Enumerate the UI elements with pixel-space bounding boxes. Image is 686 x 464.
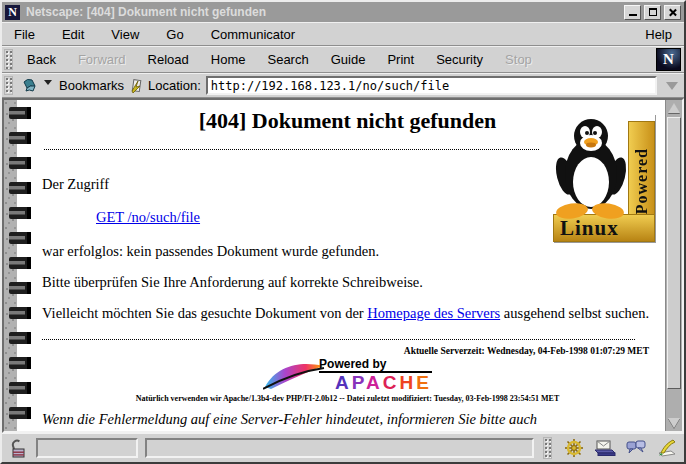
progress-panel [36, 438, 138, 458]
suggest-text: Vielleicht möchten Sie das gesuchte Doku… [42, 305, 653, 322]
footer-text-post: . Danke. [296, 428, 345, 433]
component-bar-grip[interactable] [543, 437, 552, 459]
guide-button[interactable]: Guide [320, 49, 377, 70]
print-button[interactable]: Print [376, 49, 425, 70]
spiral-binding-decoration [4, 100, 34, 431]
maximize-button[interactable] [644, 5, 661, 20]
menu-bar: File Edit View Go Communicator Help [2, 22, 684, 46]
status-message-panel [145, 438, 534, 458]
menu-edit[interactable]: Edit [62, 27, 84, 42]
netscape-window: N Netscape: [404] Dokument nicht gefunde… [0, 0, 686, 464]
apache-letter: C [383, 372, 400, 393]
page-title: [404] Dokument nicht gefunden [42, 108, 653, 134]
mailbox-component-button[interactable] [593, 437, 617, 459]
dotted-rule-bottom [42, 339, 635, 340]
location-label: Location: [148, 78, 201, 93]
netscape-logo[interactable]: N [656, 48, 681, 71]
back-button[interactable]: Back [16, 49, 67, 70]
modified-text: Natürlich verwenden wir Apache/1.3b4-dev… [42, 394, 653, 404]
webmaster-link[interactable]: KwaamReo.dialup.mch.sni.de's Web-Master [42, 428, 296, 433]
bookmarks-dropdown-icon[interactable] [44, 80, 52, 85]
close-button[interactable] [664, 5, 681, 20]
forward-button[interactable]: Forward [67, 49, 137, 70]
composer-quill-icon [657, 439, 677, 457]
suggest-text-post: ausgehend selbst suchen. [500, 305, 649, 321]
menu-help[interactable]: Help [645, 27, 672, 42]
mailbox-icon [594, 439, 616, 457]
minimize-button[interactable] [624, 5, 641, 20]
menu-view[interactable]: View [111, 27, 139, 42]
vertical-scrollbar[interactable] [665, 100, 682, 431]
document-404: [404] Dokument nicht gefunden Der Zugrif… [34, 100, 665, 431]
scrollbar-thumb[interactable] [667, 117, 681, 389]
browser-viewport: Powered Linux [2, 98, 684, 433]
security-button[interactable]: Security [425, 49, 494, 70]
bookmarks-icon [21, 77, 41, 95]
search-button[interactable]: Search [256, 49, 319, 70]
apache-name-text: APACHE [335, 373, 432, 392]
scroll-up-icon[interactable] [667, 101, 681, 115]
title-bar[interactable]: N Netscape: [404] Dokument nicht gefunde… [2, 2, 684, 22]
request-link[interactable]: GET /no/such/file [96, 209, 200, 225]
open-padlock-icon [10, 439, 26, 458]
stop-button[interactable]: Stop [494, 49, 543, 70]
netscape-app-icon: N [5, 5, 20, 20]
bookmarks-label[interactable]: Bookmarks [59, 78, 124, 93]
suggest-text-pre: Vielleicht möchten Sie das gesuchte Doku… [42, 305, 367, 321]
dotted-rule-top [44, 149, 539, 150]
composer-component-button[interactable] [655, 437, 679, 459]
navigator-component-button[interactable] [562, 437, 586, 459]
menu-go[interactable]: Go [166, 27, 183, 42]
footer-note: Wenn die Fehlermeldung auf eine Server-F… [42, 411, 650, 433]
toolbar-grip[interactable] [4, 49, 13, 70]
apache-letter: A [366, 372, 383, 393]
discussions-component-button[interactable] [624, 437, 648, 459]
minimize-icon [629, 9, 637, 16]
apache-wordmark: Powered by APACHE [319, 358, 432, 392]
check-text: Bitte überprüfen Sie Ihre Anforderung au… [42, 274, 653, 291]
apache-logo: Powered by APACHE [42, 358, 653, 392]
apache-letter: P [352, 372, 366, 393]
scroll-down-icon[interactable] [667, 416, 681, 430]
maximize-icon [649, 8, 657, 16]
status-bar [2, 433, 684, 462]
menu-communicator[interactable]: Communicator [211, 27, 296, 42]
window-title: Netscape: [404] Dokument nicht gefunden [26, 5, 621, 19]
intro-text: Der Zugriff [42, 176, 653, 193]
speech-bubbles-icon [625, 439, 647, 457]
location-input[interactable] [206, 76, 657, 95]
apache-powered-by-text: Powered by [319, 358, 432, 373]
homepage-link[interactable]: Homepage des Servers [367, 305, 500, 321]
footer-text-pre: Wenn die Fehlermeldung auf eine Server-F… [42, 411, 537, 427]
result-text: war erfolglos: kein passendes Dokument w… [42, 243, 653, 260]
security-lock-button[interactable] [7, 437, 29, 459]
ship-wheel-icon [564, 438, 584, 458]
server-time-text: Aktuelle Serverzeit: Wednesday, 04-Feb-1… [42, 346, 653, 357]
home-button[interactable]: Home [200, 49, 257, 70]
apache-letter: E [416, 372, 432, 393]
close-icon [668, 8, 677, 17]
page-proxy-icon[interactable] [129, 77, 143, 95]
navigation-toolbar: Back Forward Reload Home Search Guide Pr… [2, 46, 684, 73]
reload-button[interactable]: Reload [137, 49, 200, 70]
apache-feather-icon [263, 361, 325, 391]
location-dropdown-icon[interactable] [666, 82, 678, 90]
locationbar-grip[interactable] [4, 76, 13, 95]
location-bar: Bookmarks Location: [2, 73, 684, 98]
apache-letter: A [335, 372, 352, 393]
apache-letter: H [400, 372, 417, 393]
menu-file[interactable]: File [14, 27, 35, 42]
